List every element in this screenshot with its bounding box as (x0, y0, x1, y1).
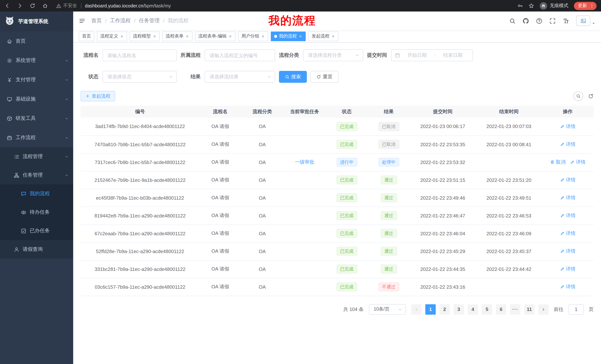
cell-id: 3ad174fb-7b9d-11ec-8404-acde48001122 (80, 118, 200, 135)
sidebar-item-todo-tasks[interactable]: 待办任务 (0, 203, 73, 221)
pagination-page-3[interactable]: 3 (453, 304, 464, 315)
breadcrumb-item[interactable]: 任务管理 (139, 18, 160, 24)
sidebar-item-label: 流程管理 (23, 153, 43, 160)
sidebar-toggle-icon[interactable] (79, 18, 85, 24)
breadcrumb-item[interactable]: 工作流程 (110, 18, 131, 24)
cell-submit-time: 2022-01-22 23:51:15 (410, 171, 476, 189)
sidebar-item-process-management[interactable]: 流程管理 (0, 147, 73, 166)
search-button[interactable]: 搜索 (279, 71, 307, 83)
tab-create-process[interactable]: 发起流程 (308, 31, 338, 41)
sidebar-item-task-management[interactable]: 任务管理 (0, 166, 73, 184)
address-divider (81, 3, 81, 8)
pagination-more[interactable]: ··· (510, 304, 521, 315)
tab-process-form[interactable]: 流程表单 (162, 31, 192, 41)
detail-action[interactable]: 详情 (560, 284, 576, 290)
reload-icon[interactable] (30, 3, 35, 9)
detail-action[interactable]: 详情 (560, 194, 576, 201)
create-process-button[interactable]: 发起流程 (80, 91, 115, 101)
close-icon[interactable] (153, 34, 156, 38)
header-search-icon[interactable] (509, 18, 516, 24)
sidebar-item-done-tasks[interactable]: 已办任务 (0, 221, 73, 240)
cancel-action[interactable]: 取消 (550, 159, 566, 165)
browser-home-icon[interactable] (42, 3, 48, 9)
update-button[interactable]: 更新 (574, 2, 597, 10)
task-link[interactable]: 一级审批 (295, 159, 314, 165)
category-select[interactable]: 请选择流程分类 (303, 49, 363, 61)
pagination-page-2[interactable]: 2 (440, 304, 450, 315)
docs-help-icon[interactable] (536, 18, 542, 24)
tab-process-model[interactable]: 流程模型 (130, 31, 160, 41)
tab-home[interactable]: 首页 (79, 31, 94, 41)
sidebar-item-system-management[interactable]: 系统管理 (0, 51, 73, 70)
detail-action[interactable]: 详情 (560, 230, 576, 237)
close-icon[interactable] (261, 34, 265, 38)
address-bar[interactable]: 不安全 dashboard.yudao.iocoder.cn/bpm/task/… (56, 3, 517, 9)
fullscreen-icon[interactable] (549, 18, 556, 24)
detail-action[interactable]: 详情 (560, 248, 576, 255)
plus-icon (85, 94, 90, 98)
status-select[interactable]: 请选择状态 (102, 71, 177, 83)
detail-action[interactable]: 详情 (560, 212, 576, 219)
submit-time-range-picker[interactable]: 开始日期 - 结束日期 (391, 49, 473, 61)
pagination-prev[interactable] (411, 304, 421, 315)
close-icon[interactable] (120, 34, 124, 38)
column-header: 流程名 (200, 106, 241, 118)
chevron-down-icon (65, 116, 69, 120)
back-icon[interactable] (4, 3, 10, 9)
detail-action[interactable]: 详情 (560, 266, 576, 272)
pagination-page-11[interactable]: 11 (524, 304, 534, 315)
breadcrumb-item[interactable]: 首页 (91, 18, 102, 24)
sidebar-item-workflow[interactable]: 工作流程 (0, 128, 73, 147)
pagination-page-5[interactable]: 5 (482, 304, 492, 315)
result-tag: 通过 (381, 247, 397, 256)
app-logo-area[interactable]: 芋道管理系统 (0, 11, 73, 31)
close-icon[interactable] (331, 34, 335, 38)
result-tag: 通过 (381, 211, 397, 220)
process-name-input[interactable] (103, 50, 176, 61)
close-icon[interactable] (185, 34, 189, 38)
user-menu[interactable] (576, 16, 595, 26)
key-icon[interactable] (517, 3, 523, 9)
detail-action[interactable]: 详情 (560, 177, 576, 183)
pagination-next[interactable] (538, 304, 549, 315)
sidebar-item-payment-management[interactable]: 支付管理 (0, 70, 73, 89)
detail-action[interactable]: 详情 (560, 141, 576, 148)
app-logo (5, 16, 14, 27)
detail-action[interactable]: 详情 (570, 159, 586, 165)
done-tasks-icon (21, 228, 26, 234)
result-select[interactable]: 请选择流结果 (205, 71, 275, 83)
reset-button[interactable]: 重置 (311, 71, 338, 83)
goto-page-input[interactable] (569, 304, 583, 315)
pagination-page-4[interactable]: 4 (468, 304, 478, 315)
pagination-page-6[interactable]: 6 (496, 304, 506, 315)
sidebar-item-home[interactable]: 首页 (0, 31, 73, 51)
tab-process-form-edit[interactable]: 流程表单-编辑 (195, 31, 235, 41)
refresh-table-button[interactable] (588, 93, 594, 99)
sidebar-item-leave-query[interactable]: 请假查询 (0, 240, 73, 259)
browser-menu-icon[interactable] (590, 3, 594, 8)
tab-user-group[interactable]: 用户分组 (238, 31, 268, 41)
bookmark-star-icon[interactable] (529, 3, 534, 9)
sidebar-item-infrastructure[interactable]: 基础设施 (0, 89, 73, 109)
sidebar-item-my-process[interactable]: 我的流程 (0, 184, 73, 203)
font-size-icon[interactable] (563, 18, 569, 24)
cell-task (283, 135, 326, 153)
github-icon[interactable] (523, 18, 529, 24)
cell-id: 2152467e-7b9b-11ec-9a1b-acde48001122 (80, 171, 200, 189)
close-icon[interactable] (299, 34, 302, 38)
sidebar-item-devtools[interactable]: 研发工具 (0, 109, 73, 128)
close-icon[interactable] (229, 34, 232, 38)
parent-process-input[interactable] (205, 50, 275, 61)
tab-my-process[interactable]: 我的流程 (271, 31, 306, 41)
tab-process-definition[interactable]: 流程定义 (97, 31, 127, 41)
table-row: 331bc281-7b9a-11ec-a290-acde48001122OA 请… (80, 260, 594, 278)
pagination-page-1[interactable]: 1 (425, 304, 436, 315)
cell-status: 已完成 (326, 224, 368, 242)
chevron-down-icon (267, 75, 271, 79)
result-tag: 已取消 (378, 122, 399, 131)
page-size-select[interactable]: 10条/页 (369, 304, 406, 315)
toggle-search-button[interactable] (573, 91, 583, 101)
detail-action[interactable]: 详情 (560, 123, 576, 130)
forward-icon[interactable] (17, 3, 23, 9)
status-tag: 进行中 (336, 158, 357, 167)
